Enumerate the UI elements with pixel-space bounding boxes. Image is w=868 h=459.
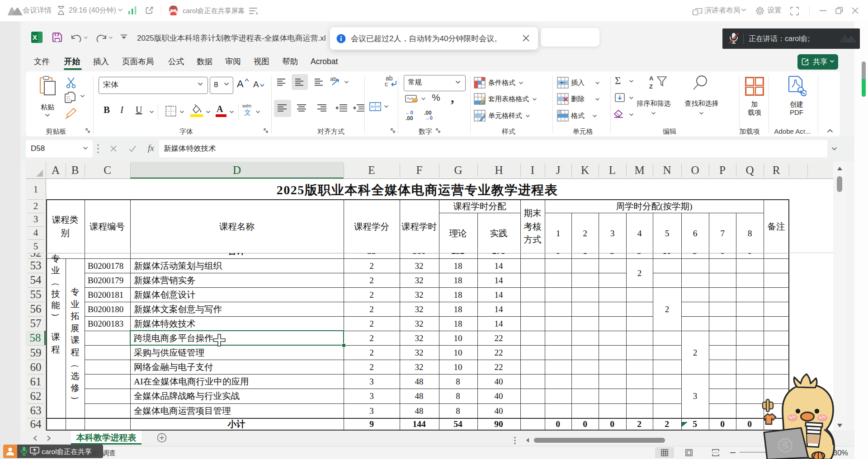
svg-text:X: X bbox=[33, 33, 37, 41]
